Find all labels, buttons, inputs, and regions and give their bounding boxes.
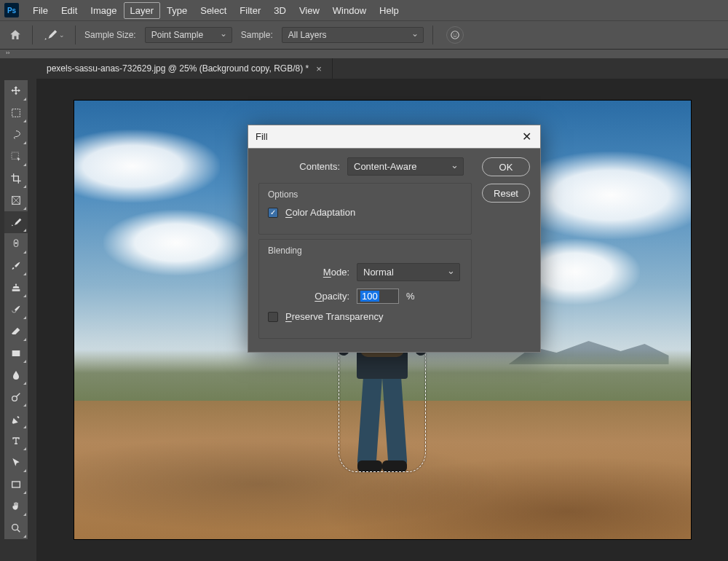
spot-healing-tool[interactable]: [4, 233, 28, 255]
lasso-tool[interactable]: [4, 124, 28, 146]
divider: [432, 26, 433, 44]
opacity-label: Opacity:: [268, 291, 349, 302]
blending-group: Blending Mode: Normal Opacity: 100 % ✓ P…: [258, 239, 472, 339]
path-selection-tool[interactable]: [4, 452, 28, 474]
menu-window[interactable]: Window: [326, 2, 373, 19]
dialog-titlebar[interactable]: Fill ✕: [248, 125, 540, 149]
preserve-transparency-label: Preserve Transparency: [285, 311, 383, 322]
svg-rect-11: [12, 482, 20, 487]
sample-select[interactable]: All Layers: [282, 27, 424, 43]
svg-point-2: [456, 34, 456, 34]
dodge-tool[interactable]: [4, 386, 28, 408]
app-logo: Ps: [4, 3, 19, 17]
gradient-tool[interactable]: [4, 342, 28, 364]
menu-help[interactable]: Help: [373, 2, 405, 19]
menu-layer[interactable]: Layer: [124, 2, 161, 19]
color-adaptation-checkbox[interactable]: ✓: [268, 208, 278, 218]
contents-select[interactable]: Content-Aware: [347, 157, 464, 176]
dialog-title: Fill: [256, 131, 268, 142]
opacity-suffix: %: [406, 291, 415, 302]
reset-button[interactable]: Reset: [482, 184, 530, 203]
menu-select[interactable]: Select: [194, 2, 233, 19]
menu-filter[interactable]: Filter: [233, 2, 267, 19]
svg-point-7: [15, 242, 17, 244]
blending-group-title: Blending: [268, 246, 462, 256]
history-brush-tool[interactable]: [4, 299, 28, 321]
tools-panel: [4, 80, 28, 539]
image-cloud: [74, 130, 220, 203]
document-tab[interactable]: pexels-sassu-anas-732629.jpg @ 25% (Back…: [36, 58, 333, 79]
svg-point-0: [451, 31, 459, 39]
frame-tool[interactable]: [4, 189, 28, 211]
type-tool[interactable]: [4, 430, 28, 452]
contents-label: Contents:: [258, 161, 340, 172]
sample-size-label: Sample Size:: [84, 30, 136, 40]
sampling-ring-icon[interactable]: [446, 26, 464, 44]
fill-dialog: Fill ✕ OK Reset Contents: Content-Aware …: [248, 125, 541, 353]
pen-tool[interactable]: [4, 408, 28, 430]
sample-label: Sample:: [241, 30, 273, 40]
zoom-tool[interactable]: [4, 517, 28, 539]
menu-type[interactable]: Type: [160, 2, 194, 19]
options-group-title: Options: [268, 189, 462, 200]
hand-tool[interactable]: [4, 495, 28, 517]
brush-tool[interactable]: [4, 255, 28, 277]
mode-select[interactable]: Normal: [357, 263, 460, 281]
menu-image[interactable]: Image: [84, 2, 123, 19]
menu-edit[interactable]: Edit: [55, 2, 84, 19]
svg-point-1: [453, 34, 454, 34]
clone-stamp-tool[interactable]: [4, 277, 28, 299]
svg-rect-3: [12, 109, 20, 117]
svg-rect-8: [12, 350, 20, 356]
svg-point-10: [12, 396, 17, 401]
document-tab-title: pexels-sassu-anas-732629.jpg @ 25% (Back…: [47, 63, 309, 74]
rectangular-marquee-tool[interactable]: [4, 102, 28, 124]
svg-point-12: [12, 525, 18, 530]
divider: [75, 26, 76, 44]
options-bar: ⌄ Sample Size: Point Sample Sample: All …: [0, 20, 728, 50]
blur-tool[interactable]: [4, 364, 28, 386]
object-selection-tool[interactable]: [4, 146, 28, 168]
eraser-tool[interactable]: [4, 321, 28, 342]
preserve-transparency-checkbox[interactable]: ✓: [268, 312, 278, 322]
image-cloud: [103, 210, 249, 275]
document-tabs: pexels-sassu-anas-732629.jpg @ 25% (Back…: [0, 58, 728, 79]
home-icon[interactable]: [7, 27, 23, 43]
mode-label: Mode:: [268, 267, 349, 278]
divider: [32, 26, 33, 44]
move-tool[interactable]: [4, 80, 28, 102]
menu-bar: Ps FileEditImageLayerTypeSelectFilter3DV…: [0, 0, 728, 20]
eyedropper-tool[interactable]: [4, 211, 28, 233]
close-tab-icon[interactable]: ×: [316, 63, 322, 74]
sample-size-select[interactable]: Point Sample: [145, 27, 232, 43]
close-icon[interactable]: ✕: [520, 130, 533, 144]
menu-view[interactable]: View: [293, 2, 326, 19]
opacity-input[interactable]: 100: [357, 289, 399, 304]
rectangle-tool[interactable]: [4, 474, 28, 495]
menu-3d[interactable]: 3D: [267, 2, 293, 19]
options-group: Options ✓ Color Adaptation: [258, 183, 472, 235]
current-tool-indicator[interactable]: ⌄: [41, 26, 66, 44]
menu-file[interactable]: File: [26, 2, 55, 19]
crop-tool[interactable]: [4, 168, 28, 189]
ok-button[interactable]: OK: [482, 157, 530, 176]
color-adaptation-label: Color Adaptation: [285, 207, 355, 218]
panel-expand-strip[interactable]: ››: [0, 50, 728, 58]
